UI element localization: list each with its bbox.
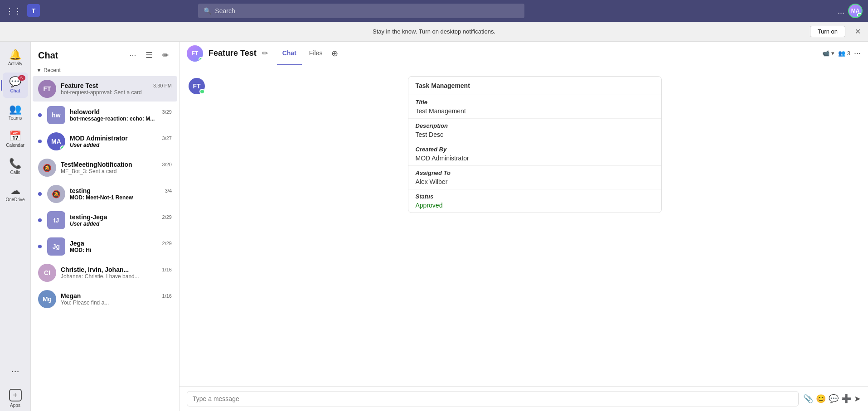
task-label: Status xyxy=(416,193,654,200)
sidebar-item-apps[interactable]: + Apps xyxy=(3,386,28,411)
search-input[interactable] xyxy=(215,7,519,15)
top-more-icon[interactable]: ... xyxy=(838,6,844,16)
chat-name: testing-Jega xyxy=(70,213,107,221)
edit-icon[interactable]: ✏ xyxy=(262,49,268,58)
task-card-header: Task Management xyxy=(408,77,661,95)
list-item[interactable]: 🔕 TestMeetingNotification 3/20 MF_Bot_3:… xyxy=(33,155,177,180)
avatar: FT xyxy=(38,80,56,98)
chat-filter-button[interactable]: ☰ xyxy=(143,49,155,62)
chevron-down-icon: ▼ xyxy=(36,67,42,73)
unread-indicator xyxy=(38,218,42,222)
list-item[interactable]: hw heloworld 3/29 bot-message-reaction: … xyxy=(33,102,177,128)
chat-preview: You: Please find a... xyxy=(61,300,172,306)
emoji-button[interactable]: 😊 xyxy=(816,394,826,404)
chat-items-list: FT Feature Test 3:30 PM bot-request-appr… xyxy=(31,75,179,411)
search-icon: 🔍 xyxy=(204,7,211,15)
tab-chat[interactable]: Chat xyxy=(277,42,302,65)
chat-time: 3/20 xyxy=(162,162,172,167)
chat-more-button[interactable]: ··· xyxy=(126,49,139,62)
task-label: Description xyxy=(416,122,654,129)
sidebar-label-apps: Apps xyxy=(10,403,20,408)
avatar: Jg xyxy=(47,237,65,256)
unread-indicator xyxy=(38,140,42,143)
teams-icon: 👥 xyxy=(9,104,21,114)
chat-time: 3/29 xyxy=(162,109,172,115)
sidebar-label-calendar: Calendar xyxy=(6,143,24,148)
task-field-assigned-to: Assigned To Alex Wilber xyxy=(408,166,661,189)
chat-preview: MOD: Meet-Not-1 Renew xyxy=(70,194,172,201)
list-item[interactable]: Mg Megan 1/16 You: Please find a... xyxy=(33,286,177,312)
sidebar-item-activity[interactable]: 🔔 Activity xyxy=(3,45,28,71)
input-actions: 📎 😊 💬 ➕ ➤ xyxy=(803,394,861,404)
top-bar: ⋮⋮ T 🔍 ... MA xyxy=(0,0,868,22)
sidebar-label-onedrive: OneDrive xyxy=(5,197,24,202)
chat-time: 3:30 PM xyxy=(153,83,172,88)
activity-icon: 🔔 xyxy=(9,50,21,60)
unread-indicator xyxy=(38,192,42,196)
list-item[interactable]: FT Feature Test 3:30 PM bot-request-appr… xyxy=(33,76,177,102)
message-input[interactable] xyxy=(187,391,799,406)
avatar: 🔕 xyxy=(38,159,56,177)
channel-avatar: FT xyxy=(187,45,203,62)
people-icon: 👥 xyxy=(838,50,845,57)
list-item[interactable]: MA MOD Administrator 3/27 User added xyxy=(33,129,177,154)
search-box[interactable]: 🔍 xyxy=(198,4,524,18)
send-button[interactable]: ➤ xyxy=(854,394,861,404)
chat-info: Megan 1/16 You: Please find a... xyxy=(61,292,172,306)
task-card: Task Management Title Test Management De… xyxy=(408,76,662,213)
avatar: CI xyxy=(38,264,56,282)
task-value-status: Approved xyxy=(416,202,654,209)
channel-header-right: 📹 ▾ 👥 3 ··· xyxy=(822,48,861,58)
unread-indicator xyxy=(38,113,42,117)
more-icon: ··· xyxy=(11,366,19,376)
recent-section-label[interactable]: ▼ Recent xyxy=(31,65,179,75)
sidebar-item-more[interactable]: ··· xyxy=(3,358,28,384)
sidebar-item-onedrive[interactable]: ☁ OneDrive xyxy=(3,181,28,207)
list-item[interactable]: CI Christie, Irvin, Johan... 1/16 Johann… xyxy=(33,260,177,285)
notification-banner: Stay in the know. Turn on desktop notifi… xyxy=(0,22,868,42)
turn-on-button[interactable]: Turn on xyxy=(810,26,845,37)
chat-preview: MF_Bot_3: Sent a card xyxy=(61,168,172,174)
add-tab-button[interactable]: ⊕ xyxy=(330,48,340,58)
sidebar-item-calendar[interactable]: 📅 Calendar xyxy=(3,127,28,152)
new-chat-button[interactable]: ✏ xyxy=(159,49,172,62)
user-avatar[interactable]: MA xyxy=(848,4,863,18)
app-grid-icon[interactable]: ⋮⋮ xyxy=(5,6,22,16)
main-content: FT Feature Test ✏ Chat Files ⊕ 📹 ▾ 👥 3 xyxy=(179,42,868,411)
chat-time: 3/27 xyxy=(162,135,172,141)
chat-info: Feature Test 3:30 PM bot-request-approva… xyxy=(61,82,172,96)
sidebar-item-chat[interactable]: 💬 5 Chat xyxy=(3,73,28,98)
channel-more-options[interactable]: ··· xyxy=(854,48,861,58)
chat-list-panel: Chat ··· ☰ ✏ ▼ Recent FT Feature Test 3:… xyxy=(31,42,179,411)
sidebar-item-calls[interactable]: 📞 Calls xyxy=(3,154,28,179)
attach-button[interactable]: 📎 xyxy=(803,394,813,404)
list-item[interactable]: Jg Jega 2/29 MOD: Hi xyxy=(33,234,177,259)
svg-text:T: T xyxy=(32,7,36,15)
task-value: MOD Administrator xyxy=(416,155,654,162)
video-call-button[interactable]: 📹 ▾ xyxy=(822,50,834,57)
task-label: Assigned To xyxy=(416,169,654,176)
close-notification-icon[interactable]: ✕ xyxy=(855,27,861,36)
list-item[interactable]: 🔕 testing 3/4 MOD: Meet-Not-1 Renew xyxy=(33,181,177,207)
sidebar-nav: 🔔 Activity 💬 5 Chat 👥 Teams 📅 Calendar 📞… xyxy=(0,42,31,411)
chat-info: TestMeetingNotification 3/20 MF_Bot_3: S… xyxy=(61,161,172,174)
sidebar-item-teams[interactable]: 👥 Teams xyxy=(3,100,28,125)
list-item[interactable]: tJ testing-Jega 2/29 User added xyxy=(33,208,177,233)
chat-preview: User added xyxy=(70,142,172,148)
message-content: Task Management Title Test Management De… xyxy=(210,76,859,213)
main-layout: 🔔 Activity 💬 5 Chat 👥 Teams 📅 Calendar 📞… xyxy=(0,42,868,411)
sticker-button[interactable]: 💬 xyxy=(829,394,839,404)
participants-button[interactable]: 👥 3 xyxy=(838,50,850,57)
chat-name: testing xyxy=(70,187,91,194)
task-label: Title xyxy=(416,99,654,106)
channel-tabs: Chat Files ⊕ xyxy=(277,42,340,65)
chat-list-title: Chat xyxy=(38,50,58,61)
chat-name: MOD Administrator xyxy=(70,135,128,142)
avatar: 🔕 xyxy=(47,185,65,203)
chat-preview: User added xyxy=(70,221,172,227)
add-button[interactable]: ➕ xyxy=(841,394,851,404)
chat-badge: 5 xyxy=(18,75,25,81)
chat-time: 2/29 xyxy=(162,241,172,246)
chat-name: Feature Test xyxy=(61,82,98,89)
tab-files[interactable]: Files xyxy=(304,42,328,65)
